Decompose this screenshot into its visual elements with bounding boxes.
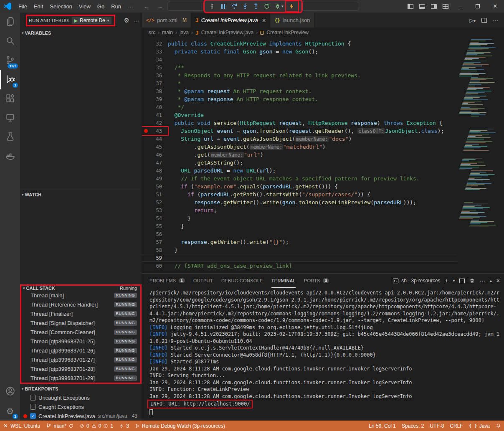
terminal-instance-selector[interactable]: sh - 3p-resources [393, 278, 440, 284]
code-line[interactable]: 46 .get(memberName:"url") [142, 151, 457, 159]
hot-code-replace-icon[interactable] [287, 2, 297, 11]
line-number-gutter[interactable]: 43 [142, 127, 168, 135]
restart-icon[interactable] [261, 2, 272, 11]
code-line[interactable]: 35 /** [142, 63, 457, 71]
breakpoint-row[interactable]: Caught Exceptions [20, 402, 142, 411]
terminal-profile-dropdown-icon[interactable]: ▾ [453, 279, 455, 283]
code-line[interactable]: 53 return; [142, 206, 457, 214]
code-line[interactable]: 60 // [START add_ons_case_preview_link] [142, 262, 457, 270]
code-line[interactable]: 36 * Responds to any HTTP request relate… [142, 71, 457, 79]
customize-layout-icon[interactable] [440, 0, 451, 13]
code-line[interactable]: 34 [142, 56, 457, 63]
tab-pom-xml[interactable]: </> pom.xml M [142, 13, 191, 28]
line-number-gutter[interactable]: 58 [142, 246, 168, 254]
line-number-gutter[interactable]: 32 [142, 40, 168, 48]
call-stack-section-header[interactable]: ▾ CALL STACK Running [21, 286, 140, 291]
menu-item-go[interactable]: Go [94, 3, 108, 10]
step-over-icon[interactable] [229, 2, 239, 11]
panel-tab-terminal[interactable]: TERMINAL [271, 274, 296, 288]
chevron-down-icon[interactable]: ▾ [281, 4, 284, 8]
code-editor[interactable]: 32public class CreateLinkPreview impleme… [142, 38, 504, 273]
activity-extensions[interactable] [0, 89, 20, 109]
split-editor-icon[interactable] [481, 18, 487, 23]
menu-item-view[interactable]: View [76, 3, 94, 10]
maximize-panel-icon[interactable]: ▴ [490, 279, 492, 283]
forwarded-ports-indicator[interactable]: 3 [116, 421, 132, 431]
line-number-gutter[interactable]: 56 [142, 230, 168, 238]
code-lines[interactable]: 32public class CreateLinkPreview impleme… [142, 38, 457, 270]
remote-indicator[interactable]: WSL: Ubuntu [0, 421, 43, 431]
gear-icon[interactable]: ⚙ [124, 17, 129, 24]
activity-testing[interactable] [0, 128, 20, 147]
code-line[interactable]: 52 response.getWriter().write(gson.toJso… [142, 198, 457, 206]
toggle-primary-sidebar-icon[interactable] [405, 0, 416, 13]
activity-remote-explorer[interactable] [0, 109, 20, 128]
menu-item-run[interactable]: Run [108, 3, 124, 10]
code-line[interactable]: 48 URL parsedURL = new URL(url); [142, 167, 457, 175]
line-number-gutter[interactable]: 59 [142, 254, 168, 262]
breadcrumb-item[interactable]: java [180, 30, 189, 35]
code-line[interactable]: 44 String url = event.getAsJsonObject(me… [142, 135, 457, 143]
breakpoints-section-header[interactable]: ▾ BREAKPOINTS [20, 384, 142, 393]
breakpoint-dot[interactable] [144, 129, 148, 133]
code-line[interactable]: 43 JsonObject event = gson.fromJson(requ… [142, 127, 457, 135]
pause-icon[interactable] [218, 2, 228, 11]
line-number-gutter[interactable]: 60 [142, 262, 168, 270]
minimize-icon[interactable]: – [451, 0, 469, 13]
call-stack-thread[interactable]: Thread [qtp399683701-28]RUNNING [21, 364, 140, 373]
breakpoint-checkbox[interactable]: ✓ [30, 413, 36, 419]
code-line[interactable]: 47 .getAsString(); [142, 159, 457, 167]
call-stack-thread[interactable]: Thread [Common-Cleaner]RUNNING [21, 327, 140, 337]
code-line[interactable]: 58 } [142, 246, 457, 254]
line-number-gutter[interactable]: 47 [142, 159, 168, 167]
line-number-gutter[interactable]: 52 [142, 198, 168, 206]
breadcrumb-item[interactable]: main [162, 30, 173, 35]
line-number-gutter[interactable]: 50 [142, 183, 168, 190]
encoding[interactable]: UTF-8 [427, 421, 447, 431]
call-stack-thread[interactable]: Thread [Signal Dispatcher]RUNNING [21, 318, 140, 327]
watch-section-header[interactable]: ▾ WATCH [20, 190, 142, 199]
step-out-icon[interactable] [251, 2, 261, 11]
line-number-gutter[interactable]: 33 [142, 48, 168, 56]
notifications-bell[interactable] [493, 421, 504, 431]
call-stack-thread[interactable]: Thread [main]RUNNING [21, 291, 140, 300]
panel-tab-debug-console[interactable]: DEBUG CONSOLE [221, 274, 263, 288]
activity-account[interactable] [0, 382, 20, 401]
code-line[interactable]: 51 if (parsedURL.getPath().startsWith("/… [142, 190, 457, 198]
line-number-gutter[interactable]: 37 [142, 79, 168, 87]
call-stack-thread[interactable]: Thread [Reference Handler]RUNNING [21, 300, 140, 309]
line-number-gutter[interactable]: 35 [142, 63, 168, 71]
watch-body[interactable] [20, 199, 142, 284]
line-number-gutter[interactable]: 46 [142, 151, 168, 159]
new-terminal-icon[interactable]: + [445, 277, 448, 284]
activity-settings[interactable]: ⚙1 [0, 401, 20, 421]
code-line[interactable]: 56 [142, 230, 457, 238]
breadcrumb-item[interactable]: src [149, 30, 155, 35]
start-debug-icon[interactable]: ▶ [74, 18, 78, 23]
indentation[interactable]: Spaces: 2 [399, 421, 427, 431]
run-icon[interactable]: ▷▾ [469, 17, 476, 23]
line-number-gutter[interactable]: 39 [142, 95, 168, 103]
menu-item-edit[interactable]: Edit [30, 3, 46, 10]
toggle-secondary-sidebar-icon[interactable] [428, 0, 440, 13]
close-tab-icon[interactable]: × [262, 17, 266, 24]
more-actions-icon[interactable]: ··· [493, 17, 498, 23]
activity-source-control[interactable]: 1K+ [0, 51, 20, 70]
breakpoint-checkbox[interactable] [30, 404, 36, 410]
line-number-gutter[interactable]: 49 [142, 175, 168, 183]
panel-tab-output[interactable]: OUTPUT [193, 274, 213, 288]
menu-item-selection[interactable]: Selection [46, 3, 75, 10]
code-line[interactable]: 45 .getAsJsonObject(memberName:"matchedU… [142, 143, 457, 151]
editor-scrollbar[interactable] [498, 38, 504, 273]
code-line[interactable]: 54 } [142, 214, 457, 222]
step-into-icon[interactable] [240, 2, 250, 11]
call-stack-thread[interactable]: Thread [Finalizer]RUNNING [21, 309, 140, 318]
minimap[interactable] [458, 38, 498, 273]
line-number-gutter[interactable]: 57 [142, 238, 168, 246]
maximize-icon[interactable] [469, 0, 486, 13]
menu-item-[interactable]: ··· [124, 3, 137, 10]
eol-sequence[interactable]: CRLF [447, 421, 466, 431]
line-number-gutter[interactable]: 34 [142, 56, 168, 63]
call-stack-thread[interactable]: Thread [qtp399683701-29]RUNNING [21, 373, 140, 383]
variables-section-header[interactable]: ▾ VARIABLES [20, 28, 142, 38]
